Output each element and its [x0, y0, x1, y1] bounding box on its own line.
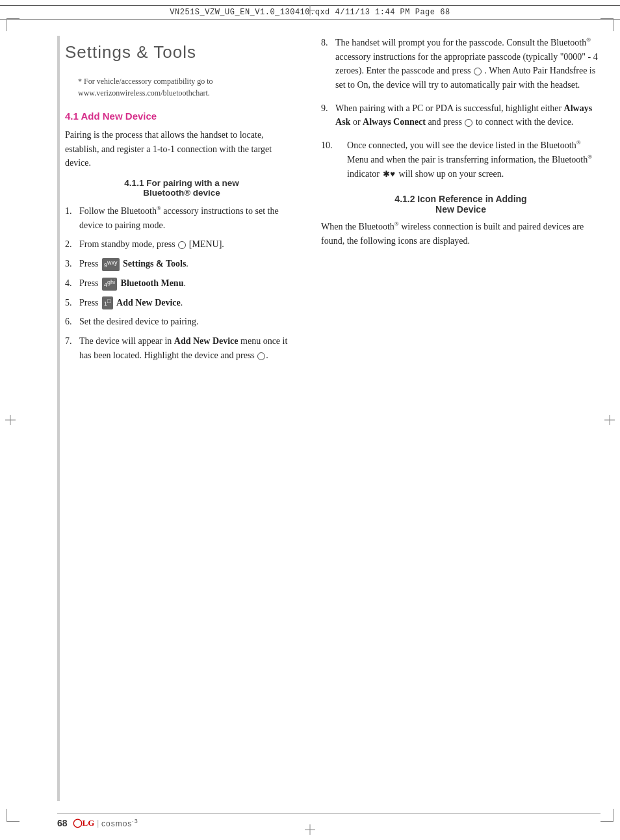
- brand-logo: ◯LG | cosmos·3: [73, 818, 138, 828]
- left-accent-bar: [57, 36, 60, 801]
- right-column: 8. The handset will prompt you for the p…: [311, 36, 601, 798]
- list-item: 4. Press 4ghi Bluetooth Menu.: [65, 276, 298, 291]
- left-column: Settings & Tools * For vehicle/accessory…: [65, 36, 311, 798]
- list-item: 2. From standby mode, press [MENU].: [65, 237, 298, 252]
- circle-button-icon: [465, 119, 472, 127]
- corner-mark-tl: [6, 18, 19, 31]
- list-item: 10. Once connected, you will see the dev…: [321, 138, 601, 181]
- crosshair-left: [5, 415, 16, 425]
- vehicle-note: * For vehicle/accessory compatibility go…: [78, 75, 298, 99]
- section-412-text: When the Bluetooth® wireless connection …: [321, 220, 601, 248]
- list-item: 6. Set the desired device to pairing.: [65, 315, 298, 329]
- main-content: Settings & Tools * For vehicle/accessory…: [65, 36, 601, 798]
- page-number: 68: [57, 818, 68, 828]
- section-412-heading: 4.1.2 Icon Reference in Adding New Devic…: [321, 194, 601, 215]
- menu-icon-4: 4ghi: [102, 278, 117, 291]
- page-container: VN251S_VZW_UG_EN_V1.0_130410.qxd 4/11/13…: [0, 0, 620, 840]
- corner-mark-tr: [601, 18, 614, 31]
- crosshair-right: [604, 415, 615, 425]
- corner-mark-br: [601, 809, 614, 822]
- lg-logo: ◯LG: [73, 818, 95, 828]
- separator: |: [97, 818, 99, 828]
- bluetooth-indicator-icon: ✱♥: [383, 168, 395, 181]
- circle-button-icon: [474, 68, 482, 75]
- list-item: 9. When pairing with a PC or PDA is succ…: [321, 101, 601, 129]
- circle-button-icon: [178, 241, 186, 249]
- circle-button-icon: [257, 352, 265, 360]
- list-item: 7. The device will appear in Add New Dev…: [65, 334, 298, 362]
- menu-icon-1: 1□: [102, 296, 112, 309]
- section-41-intro: Pairing is the process that allows the h…: [65, 128, 298, 170]
- list-item: 1. Follow the Bluetooth® accessory instr…: [65, 204, 298, 232]
- page-footer: 68 ◯LG | cosmos·3: [57, 813, 601, 828]
- list-item: 5. Press 1□ Add New Device.: [65, 296, 298, 310]
- corner-mark-bl: [6, 809, 19, 822]
- page-title: Settings & Tools: [65, 42, 298, 62]
- cosmos-logo: cosmos·3: [101, 818, 138, 828]
- section-41-heading: 4.1 Add New Device: [65, 111, 298, 122]
- list-item: 8. The handset will prompt you for the p…: [321, 36, 601, 92]
- menu-icon-9: 9wxy: [102, 258, 120, 271]
- list-item: 3. Press 9wxy Settings & Tools.: [65, 257, 298, 271]
- crosshair-top: [305, 5, 315, 16]
- section-411-heading: 4.1.1 For pairing with a new Bluetooth® …: [65, 178, 298, 198]
